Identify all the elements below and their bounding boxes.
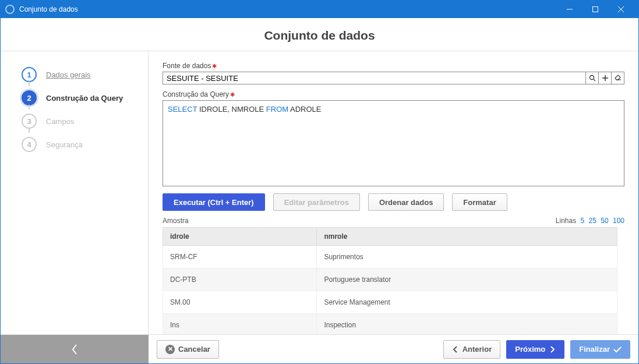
rows-option-50[interactable]: 50: [601, 217, 608, 225]
query-editor[interactable]: SELECT IDROLE, NMROLE FROM ADROLE: [163, 100, 624, 186]
window-title: Conjunto de dados: [19, 5, 557, 13]
edit-params-button[interactable]: Editar parâmetros: [273, 193, 360, 211]
previous-button[interactable]: Anterior: [443, 340, 501, 359]
main-panel: Fonte de dados Construção da Query S: [149, 51, 638, 334]
table-cell: DC-PTB: [163, 268, 317, 291]
sample-label: Amostra: [163, 217, 189, 225]
table-cell: Ins: [163, 314, 317, 335]
eraser-icon: [615, 75, 622, 82]
maximize-icon: [592, 6, 598, 12]
execute-button[interactable]: Executar (Ctrl + Enter): [163, 193, 265, 211]
table-cell: Service Management: [317, 291, 617, 314]
plus-icon: [602, 75, 609, 82]
minimize-button[interactable]: [557, 1, 582, 18]
cancel-label: Cancelar: [178, 345, 210, 354]
rows-option-5[interactable]: 5: [581, 217, 585, 225]
format-button[interactable]: Formatar: [452, 193, 507, 211]
body: 1Dados gerais2Construção da Query3Campos…: [1, 51, 638, 334]
source-label: Fonte de dados: [163, 62, 624, 70]
check-icon: [613, 346, 622, 353]
table-cell: SRM-CF: [163, 246, 317, 268]
svg-line-5: [594, 79, 595, 81]
sample-header: Amostra Linhas 5 25 50 100: [163, 217, 624, 225]
wizard-step-4: 4Segurança: [1, 133, 148, 156]
svg-marker-8: [615, 75, 620, 80]
table-cell: SM.00: [163, 291, 317, 314]
table-row[interactable]: SM.00Service Management: [163, 291, 617, 314]
cancel-icon: ✕: [165, 345, 175, 354]
wizard-steps: 1Dados gerais2Construção da Query3Campos…: [1, 51, 149, 334]
rows-option-25[interactable]: 25: [589, 217, 596, 225]
rows-option-100[interactable]: 100: [613, 217, 624, 225]
rows-label: Linhas: [556, 217, 576, 225]
page-title: Conjunto de dados: [1, 18, 638, 51]
step-label: Construção da Query: [46, 94, 123, 103]
maximize-button[interactable]: [582, 1, 608, 18]
app-icon: [5, 5, 15, 14]
table-cell: Suprimentos: [317, 246, 617, 268]
finish-button[interactable]: Finalizar: [570, 340, 630, 359]
footer: ✕ Cancelar Anterior Próximo Finalizar: [1, 334, 638, 363]
table-cell: Inspection: [317, 314, 617, 335]
table-row[interactable]: DC-PTBPortuguese translator: [163, 268, 617, 291]
wizard-step-2[interactable]: 2Construção da Query: [1, 86, 148, 109]
column-header-idrole[interactable]: idrole: [163, 228, 317, 246]
step-number: 2: [22, 90, 37, 105]
source-label-text: Fonte de dados: [163, 62, 211, 70]
source-clear-button[interactable]: [612, 72, 624, 84]
order-data-button[interactable]: Ordenar dados: [368, 193, 444, 211]
step-number: 3: [22, 114, 37, 129]
query-label-text: Construção da Query: [163, 90, 229, 98]
step-label: Dados gerais: [46, 70, 91, 79]
svg-rect-1: [593, 7, 598, 12]
source-input[interactable]: [163, 72, 586, 84]
source-search-button[interactable]: [586, 72, 599, 84]
wizard-step-1[interactable]: 1Dados gerais: [1, 63, 148, 86]
close-icon: [618, 6, 624, 12]
table-cell: Portuguese translator: [317, 268, 617, 291]
wizard-step-3: 3Campos: [1, 109, 148, 133]
required-icon: [230, 91, 235, 98]
step-label: Segurança: [46, 140, 83, 149]
chevron-right-icon: [549, 346, 556, 353]
previous-label: Anterior: [463, 345, 492, 354]
query-label: Construção da Query: [163, 90, 624, 98]
sample-table-wrap: idrolenmroleSRM-CFSuprimentosDC-PTBPortu…: [163, 227, 624, 334]
step-number: 4: [22, 137, 37, 152]
sample-table-scroll[interactable]: idrolenmroleSRM-CFSuprimentosDC-PTBPortu…: [163, 227, 617, 334]
required-icon: [212, 63, 217, 69]
rows-selector: Linhas 5 25 50 100: [556, 217, 624, 225]
source-add-button[interactable]: [599, 72, 612, 84]
finish-label: Finalizar: [579, 345, 610, 354]
table-row[interactable]: SRM-CFSuprimentos: [163, 246, 617, 268]
footer-right: ✕ Cancelar Anterior Próximo Finalizar: [149, 340, 638, 359]
svg-point-4: [589, 76, 594, 80]
close-button[interactable]: [608, 1, 634, 18]
cancel-button[interactable]: ✕ Cancelar: [157, 340, 219, 359]
column-header-nmrole[interactable]: nmrole: [317, 228, 617, 246]
app-window: Conjunto de dados Conjunto de dados 1Dad…: [0, 0, 639, 364]
chevron-left-icon: [71, 344, 78, 355]
chevron-left-icon: [452, 346, 459, 353]
search-icon: [589, 75, 596, 82]
minimize-icon: [567, 6, 573, 12]
source-row: [163, 72, 624, 84]
action-buttons: Executar (Ctrl + Enter) Editar parâmetro…: [163, 193, 624, 211]
next-label: Próximo: [515, 345, 545, 354]
step-number: 1: [22, 67, 37, 82]
sample-table: idrolenmroleSRM-CFSuprimentosDC-PTBPortu…: [163, 227, 617, 334]
titlebar: Conjunto de dados: [1, 1, 638, 18]
step-label: Campos: [46, 117, 74, 126]
table-row[interactable]: InsInspection: [163, 314, 617, 335]
next-button[interactable]: Próximo: [506, 340, 564, 359]
back-arrow-button[interactable]: [1, 335, 149, 363]
